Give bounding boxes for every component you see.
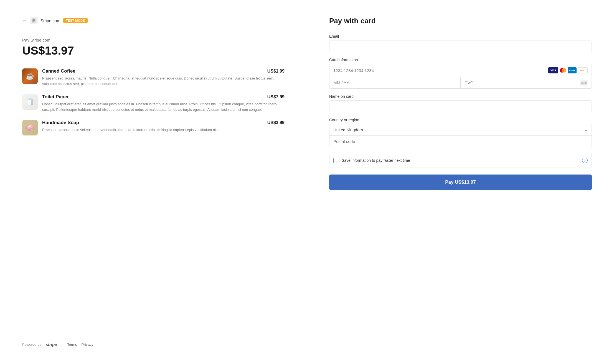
card-number-row: VISA AMEX DISC	[329, 64, 592, 77]
country-region-container: United Kingdom ⌄	[329, 124, 592, 147]
item-header: Canned Coffee US$1.99	[42, 68, 285, 74]
powered-by-text: Powered by	[22, 342, 41, 347]
cvc-card-icon: 123	[580, 80, 588, 86]
site-name: Stripe.com	[40, 18, 60, 23]
list-item: 🧼 Handmade Soap US$3.99 Praesent placera…	[22, 120, 285, 135]
card-info-label: Card information	[329, 58, 592, 62]
name-on-card-field[interactable]	[329, 100, 592, 112]
item-content: Handmade Soap US$3.99 Praesent placerat,…	[42, 120, 285, 133]
browser-bar: ← Stripe.com TEST MODE	[22, 17, 285, 24]
svg-text:123: 123	[585, 83, 587, 84]
country-select[interactable]: United Kingdom ⌄	[329, 124, 592, 136]
country-section: Country or region United Kingdom ⌄	[329, 118, 592, 147]
left-panel: ← Stripe.com TEST MODE Pay Stripe.com US…	[0, 0, 307, 364]
item-price: US$7.99	[267, 94, 285, 99]
stripe-logo: stripe	[46, 342, 57, 347]
item-description: Praesent sed lacinia mauris. Nulla congu…	[42, 76, 285, 86]
item-image-coffee: ☕	[22, 68, 38, 84]
country-label: Country or region	[329, 118, 592, 122]
pay-label: Pay Stripe.com	[22, 38, 285, 42]
email-field[interactable]	[329, 40, 592, 52]
email-label: Email	[329, 34, 592, 39]
item-price: US$1.99	[267, 69, 285, 74]
test-mode-badge: TEST MODE	[63, 18, 88, 23]
items-list: ☕ Canned Coffee US$1.99 Praesent sed lac…	[22, 68, 285, 328]
visa-icon: VISA	[548, 67, 558, 73]
site-icon	[30, 17, 38, 24]
name-section: Name on card	[329, 94, 592, 112]
svg-rect-8	[581, 83, 583, 84]
terms-link[interactable]: Terms	[67, 342, 77, 347]
amount: US$13.97	[22, 44, 285, 57]
email-section: Email	[329, 34, 592, 52]
footer-divider: |	[62, 342, 63, 347]
item-content: Toilet Paper US$7.99 Donec volutpat erat…	[42, 94, 285, 112]
right-panel: Pay with card Email Card information VIS…	[307, 0, 614, 364]
item-description: Praesent placerat, odio vel euismod vene…	[42, 127, 285, 133]
item-image-soap: 🧼	[22, 120, 38, 135]
item-content: Canned Coffee US$1.99 Praesent sed lacin…	[42, 68, 285, 86]
save-info-row: Save information to pay faster next time…	[329, 153, 592, 168]
back-arrow-icon[interactable]: ←	[22, 18, 27, 24]
mastercard-icon	[559, 67, 567, 73]
item-header: Handmade Soap US$3.99	[42, 120, 285, 125]
save-info-text: Save information to pay faster next time	[342, 158, 579, 163]
svg-rect-2	[32, 20, 35, 21]
pay-button[interactable]: Pay US$13.97	[329, 175, 592, 190]
name-label: Name on card	[329, 94, 592, 99]
list-item: 🧻 Toilet Paper US$7.99 Donec volutpat er…	[22, 94, 285, 112]
chevron-down-icon: ⌄	[584, 128, 588, 132]
privacy-link[interactable]: Privacy	[82, 342, 93, 347]
list-item: ☕ Canned Coffee US$1.99 Praesent sed lac…	[22, 68, 285, 86]
discover-icon: DISC	[578, 67, 588, 73]
card-cvc-wrapper: 123	[461, 77, 592, 88]
form-title: Pay with card	[329, 17, 592, 25]
item-name: Toilet Paper	[42, 94, 69, 100]
card-number-input[interactable]	[333, 68, 548, 73]
svg-rect-3	[32, 21, 34, 22]
card-icons: VISA AMEX DISC	[548, 67, 588, 73]
amex-icon: AMEX	[568, 67, 577, 73]
item-price: US$3.99	[267, 120, 285, 125]
country-value: United Kingdom	[333, 127, 584, 132]
item-description: Donec volutpat erat erat, sit amet gravi…	[42, 101, 285, 112]
svg-rect-7	[581, 82, 587, 83]
card-expiry-input[interactable]	[329, 77, 461, 88]
save-info-checkbox[interactable]	[333, 158, 338, 163]
card-info-section: Card information VISA AMEX DISC	[329, 58, 592, 89]
svg-rect-1	[32, 19, 35, 20]
item-name: Handmade Soap	[42, 120, 79, 125]
item-header: Toilet Paper US$7.99	[42, 94, 285, 100]
svg-point-5	[562, 68, 566, 73]
item-name: Canned Coffee	[42, 68, 75, 74]
card-cvc-input[interactable]	[465, 80, 580, 85]
item-image-toilet: 🧻	[22, 94, 38, 110]
card-expiry-cvc-row: 123	[329, 77, 592, 88]
postal-code-input[interactable]	[329, 136, 592, 147]
info-icon[interactable]: i	[582, 158, 588, 163]
card-info-container: VISA AMEX DISC	[329, 64, 592, 89]
left-footer: Powered by stripe | Terms Privacy	[22, 342, 285, 347]
